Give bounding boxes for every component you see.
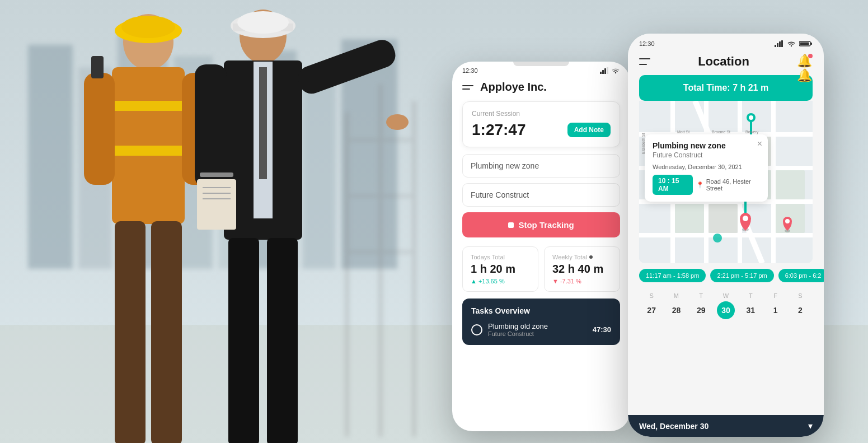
svg-rect-48 xyxy=(607,67,608,74)
weekly-value: 32 h 40 m xyxy=(552,263,612,276)
phone-2-status-bar: 12:30 xyxy=(628,34,824,50)
p2-hamburger-icon[interactable] xyxy=(639,58,650,65)
svg-rect-47 xyxy=(604,68,606,74)
svg-rect-71 xyxy=(675,204,704,233)
svg-point-25 xyxy=(237,11,289,34)
task-info: Plumbing old zone Future Construct xyxy=(488,322,587,337)
svg-rect-32 xyxy=(267,238,298,443)
cal-day-label-5: F xyxy=(773,292,777,299)
phone-2-title: Location xyxy=(698,54,749,69)
session-time: 1:27:47 xyxy=(472,121,526,139)
svg-point-78 xyxy=(743,216,748,221)
cal-day-5[interactable]: F 1 xyxy=(767,292,785,319)
stats-row: Todays Total 1 h 20 m ▲ +13.65 % Weekly … xyxy=(462,246,620,292)
time-slot-0[interactable]: 11:17 am - 1:58 pm xyxy=(639,269,706,282)
svg-text:Mott St: Mott St xyxy=(677,130,689,134)
signal-icon xyxy=(600,67,609,74)
session-label: Current Session xyxy=(472,110,611,118)
session-card: Current Session 1:27:47 Add Note xyxy=(462,101,620,147)
svg-rect-35 xyxy=(200,172,233,177)
phone-2-header: Location 🔔 xyxy=(628,50,824,75)
popup-date: Wednesday, December 30, 2021 xyxy=(653,164,760,170)
phone-1-header: Apploye Inc. xyxy=(452,76,630,101)
svg-rect-49 xyxy=(775,45,776,47)
weekly-label: Weekly Total xyxy=(552,254,612,260)
p2-battery-icon xyxy=(799,40,813,47)
popup-address: 📍 Road 46, Hester Street xyxy=(696,178,760,192)
cal-day-num-5: 1 xyxy=(767,301,785,319)
info-icon xyxy=(589,255,593,259)
svg-text:Bowery: Bowery xyxy=(745,130,759,134)
p2-signal-icon xyxy=(775,40,783,47)
cal-day-label-4: T xyxy=(749,292,753,299)
cal-day-num-0: 27 xyxy=(642,301,660,319)
task-name: Plumbing old zone xyxy=(488,322,587,330)
svg-rect-72 xyxy=(709,204,738,233)
task-radio[interactable] xyxy=(471,324,482,335)
bell-icon[interactable]: 🔔 xyxy=(797,54,813,69)
svg-rect-46 xyxy=(602,70,604,74)
popup-time-badge: 10 : 15 AM xyxy=(653,175,693,195)
total-time-banner: Total Time: 7 h 21 m xyxy=(639,75,813,101)
phone-notch-1 xyxy=(513,62,569,66)
phone-2-time: 12:30 xyxy=(639,40,655,47)
task-item: Plumbing old zone Future Construct 47:30 xyxy=(471,322,611,337)
svg-text:Broome St: Broome St xyxy=(712,130,730,134)
svg-rect-17 xyxy=(84,73,115,185)
svg-rect-54 xyxy=(810,43,812,45)
phone-2-location: 12:30 Location xyxy=(628,34,824,437)
client-field[interactable]: Future Construct xyxy=(462,183,620,207)
bottom-bar[interactable]: Wed, December 30 ▾ xyxy=(628,415,824,437)
map-area[interactable]: Mott St Broome St Bowery Elizabeth St × … xyxy=(639,101,813,263)
svg-rect-51 xyxy=(779,41,781,47)
cal-day-num-6: 2 xyxy=(791,301,809,319)
cal-day-num-1: 28 xyxy=(667,301,685,319)
arrow-up-icon: ▲ xyxy=(471,278,477,285)
notification-dot xyxy=(808,54,813,58)
svg-rect-15 xyxy=(112,101,185,111)
tasks-title: Tasks Overview xyxy=(471,306,611,315)
arrow-down-icon: ▼ xyxy=(552,278,559,285)
bottom-date: Wed, December 30 xyxy=(639,422,709,431)
calendar-row: S 27 M 28 T 29 W 30 T 31 F 1 S 2 xyxy=(628,288,824,324)
cal-day-label-6: S xyxy=(798,292,802,299)
chevron-down-icon: ▾ xyxy=(808,421,813,431)
svg-rect-31 xyxy=(228,238,259,443)
popup-close-button[interactable]: × xyxy=(757,139,762,149)
cal-day-label-2: T xyxy=(699,292,703,299)
weekly-change: ▼ -7.31 % xyxy=(552,278,612,285)
phone-1-status-icons xyxy=(600,67,620,74)
svg-rect-28 xyxy=(259,67,267,179)
svg-rect-52 xyxy=(781,40,783,47)
cal-day-0[interactable]: S 27 xyxy=(642,292,660,319)
phone-1-time: 12:30 xyxy=(462,67,478,74)
cal-day-4[interactable]: T 31 xyxy=(742,292,759,319)
svg-rect-1 xyxy=(28,45,73,269)
cal-day-2[interactable]: T 29 xyxy=(692,292,710,319)
svg-rect-50 xyxy=(777,43,778,47)
svg-point-80 xyxy=(785,219,790,223)
svg-rect-55 xyxy=(800,43,809,45)
todays-change: ▲ +13.65 % xyxy=(471,278,530,285)
cal-day-num-4: 31 xyxy=(742,301,759,319)
task-time: 47:30 xyxy=(593,325,611,334)
svg-point-81 xyxy=(713,234,722,243)
svg-rect-19 xyxy=(115,221,146,443)
svg-rect-45 xyxy=(600,72,602,74)
stop-tracking-button[interactable]: Stop Tracking xyxy=(462,212,620,237)
svg-point-13 xyxy=(121,16,175,38)
time-slot-2[interactable]: 6:03 pm - 6:2 xyxy=(778,269,824,282)
project-field[interactable]: Plumbing new zone xyxy=(462,154,620,178)
cal-day-num-2: 29 xyxy=(692,301,710,319)
cal-day-label-1: M xyxy=(674,292,679,299)
svg-rect-29 xyxy=(195,64,227,188)
cal-day-3[interactable]: W 30 xyxy=(717,292,735,319)
hamburger-menu-icon[interactable] xyxy=(462,85,473,90)
add-note-button[interactable]: Add Note xyxy=(567,123,611,137)
time-slot-1[interactable]: 2:21 pm - 5:17 pm xyxy=(710,269,773,282)
wifi-icon xyxy=(611,67,620,74)
cal-day-1[interactable]: M 28 xyxy=(667,292,685,319)
phone-1-apploye: 12:30 Apploye Inc. Current Session 1 xyxy=(452,62,630,431)
cal-day-6[interactable]: S 2 xyxy=(791,292,809,319)
cal-day-label-0: S xyxy=(649,292,653,299)
